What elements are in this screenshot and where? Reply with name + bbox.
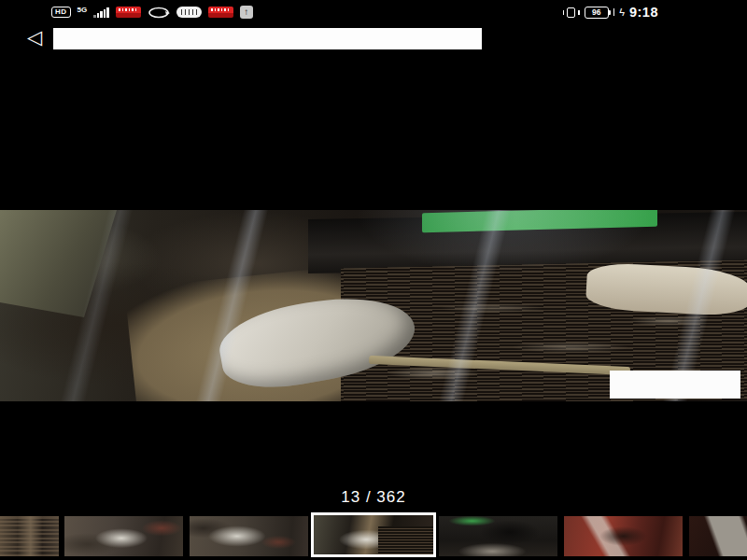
photo-viewer-screen: HD 5G ↑ 96 ϟ 9:18 ◁	[0, 0, 747, 560]
screen-cast-icon	[563, 7, 580, 19]
upload-icon: ↑	[240, 6, 253, 19]
main-photo[interactable]	[0, 210, 747, 401]
back-button[interactable]: ◁	[21, 25, 49, 49]
carrier-badge-icon	[208, 7, 233, 18]
thumbnail-item[interactable]	[564, 516, 683, 556]
thumbnail-item[interactable]	[0, 516, 59, 556]
hd-badge-icon: HD	[51, 7, 71, 18]
battery-divider	[613, 8, 615, 16]
redaction-overlay	[610, 371, 740, 399]
status-left-cluster: HD 5G ↑	[51, 6, 253, 19]
thumbnail-strip[interactable]	[0, 512, 747, 557]
status-bar: HD 5G ↑ 96 ϟ 9:18	[0, 0, 747, 24]
battery-icon: 96	[585, 7, 609, 19]
signal-bars-icon	[93, 7, 109, 18]
carrier-badge-icon	[116, 7, 141, 18]
charging-bolt-icon: ϟ	[619, 7, 625, 18]
thumbnail-item[interactable]	[689, 516, 747, 556]
header-bar: ◁	[0, 24, 747, 54]
network-type-label: 5G	[78, 7, 88, 18]
thumbnail-item[interactable]	[190, 516, 308, 556]
redacted-title-block	[53, 28, 482, 49]
volte-icon	[176, 7, 202, 18]
photo-counter: 13 / 362	[0, 488, 747, 507]
thumbnail-item-selected[interactable]	[311, 512, 436, 557]
thumbnail-item[interactable]	[64, 516, 183, 556]
clock-label: 9:18	[629, 5, 658, 20]
sync-icon	[148, 7, 170, 19]
status-right-cluster: 96 ϟ 9:18	[563, 5, 658, 20]
thumbnail-item[interactable]	[439, 516, 557, 556]
